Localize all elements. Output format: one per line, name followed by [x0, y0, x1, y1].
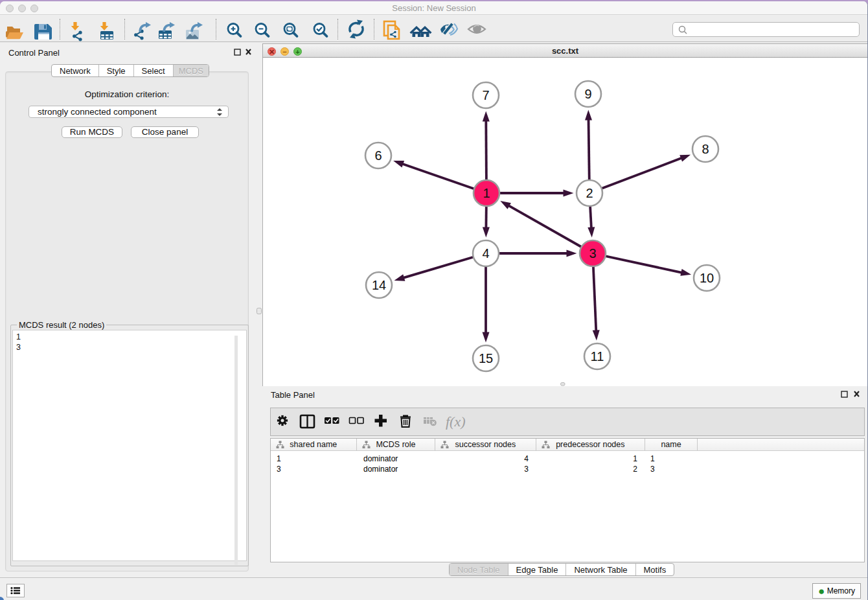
svg-text:7: 7 [482, 88, 489, 102]
svg-text:4: 4 [482, 246, 489, 260]
svg-text:9: 9 [584, 87, 591, 101]
svg-text:10: 10 [700, 271, 714, 285]
svg-text:14: 14 [372, 278, 386, 292]
svg-text:6: 6 [374, 148, 382, 163]
svg-text:8: 8 [702, 142, 709, 156]
svg-text:11: 11 [591, 349, 604, 363]
svg-text:15: 15 [479, 351, 493, 365]
svg-text:3: 3 [589, 246, 596, 260]
svg-text:1: 1 [483, 186, 490, 200]
svg-text:f(x): f(x) [446, 413, 466, 430]
svg-text:2: 2 [586, 186, 593, 200]
